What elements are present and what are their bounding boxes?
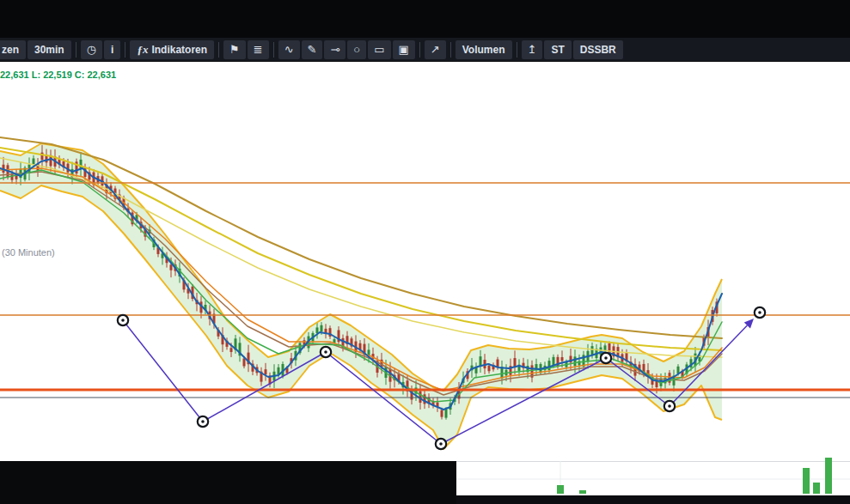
templates-button[interactable]: ≣ (248, 40, 269, 59)
window-top-bar (0, 0, 850, 38)
hline-tool-button[interactable]: ⊸ (324, 40, 346, 59)
pattern-icon: ∿ (284, 40, 294, 59)
clock-button[interactable]: ◷ (81, 40, 102, 59)
text-tool-icon: ▣ (399, 40, 409, 59)
brush-tool-button[interactable]: ✎ (302, 40, 323, 59)
arrow-icon: ↗ (431, 40, 440, 59)
brush-icon: ✎ (308, 40, 317, 59)
price-chart[interactable] (0, 0, 850, 504)
clock-icon: ◷ (87, 40, 96, 59)
indicators-button[interactable]: ƒx Indikatoren (130, 40, 214, 59)
toolbar-separator (450, 42, 451, 58)
fx-icon: ƒx (137, 40, 148, 59)
info-button[interactable]: i (104, 40, 120, 59)
hline-icon: ⊸ (330, 40, 339, 59)
toolbar-separator (76, 42, 76, 58)
st-button[interactable]: ST (544, 40, 571, 59)
bottom-panel (0, 461, 456, 504)
pattern-tool-button[interactable]: ∿ (278, 40, 300, 59)
flag-button[interactable]: ⚑ (223, 40, 246, 59)
chart-toolbar: zen 30min ◷ i ƒx Indikatoren ⚑ ≣ ∿ ✎ ⊸ ○… (0, 38, 850, 62)
trading-app-window: zen 30min ◷ i ƒx Indikatoren ⚑ ≣ ∿ ✎ ⊸ ○… (0, 0, 850, 504)
ohlc-readout: 22,631 L: 22,519 C: 22,631 (0, 70, 116, 80)
flag-icon: ⚑ (229, 40, 240, 59)
ellipse-tool-button[interactable]: ○ (347, 40, 366, 59)
toolbar-separator (218, 42, 219, 58)
dssbr-button[interactable]: DSSBR (573, 40, 623, 59)
export-icon: ↥ (528, 40, 537, 59)
timeframe-30min-button[interactable]: 30min (28, 40, 71, 59)
indicators-label: Indikatoren (151, 40, 207, 59)
info-icon: i (111, 40, 113, 59)
arrow-tool-button[interactable]: ↗ (425, 40, 446, 59)
toolbar-separator (125, 42, 125, 58)
bottom-right-strip (456, 495, 850, 504)
timeframe-partial-button[interactable]: zen (0, 40, 26, 59)
toolbar-separator (419, 42, 420, 58)
templates-icon: ≣ (254, 40, 263, 59)
export-button[interactable]: ↥ (522, 40, 543, 59)
volume-button[interactable]: Volumen (456, 40, 512, 59)
ellipse-icon: ○ (353, 40, 360, 59)
toolbar-separator (273, 42, 274, 58)
rectangle-tool-button[interactable]: ▭ (368, 40, 390, 59)
rectangle-icon: ▭ (374, 40, 384, 59)
indicator-timeframe-label: (30 Minuten) (2, 247, 55, 258)
text-tool-button[interactable]: ▣ (393, 40, 415, 59)
toolbar-separator (517, 42, 517, 58)
